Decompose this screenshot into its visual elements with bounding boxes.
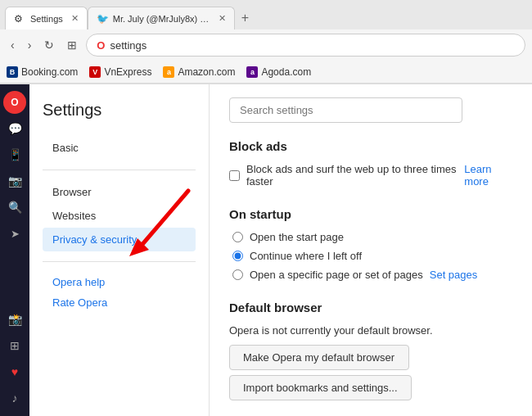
tab-settings[interactable]: ⚙ Settings ✕ (5, 7, 88, 29)
learn-more-link[interactable]: Learn more (464, 163, 512, 188)
twitter-tab-title: Mr. July (@MrJuly8x) - Pro... (113, 14, 210, 24)
on-startup-title: On startup (229, 207, 512, 221)
opera-help-link[interactable]: Opera help (43, 272, 196, 292)
radio-specific-page[interactable] (232, 269, 243, 280)
sidebar-icon-camera[interactable]: 📸 (3, 308, 26, 331)
bookmark-booking[interactable]: B Booking.com (7, 66, 78, 78)
block-ads-label: Block ads and surf the web up to three t… (246, 163, 458, 188)
bookmark-vnexpress[interactable]: V VnExpress (89, 66, 151, 78)
radio-continue[interactable] (232, 251, 243, 261)
bookmark-amazon[interactable]: a Amazon.com (163, 66, 235, 78)
sidebar-icon-heart[interactable]: ♥ (3, 360, 26, 383)
forward-button[interactable]: › (24, 36, 36, 54)
sidebar-icon-search[interactable]: 🔍 (3, 196, 26, 219)
tab-bar: ⚙ Settings ✕ 🐦 Mr. July (@MrJuly8x) - Pr… (0, 0, 532, 29)
twitter-tab-close[interactable]: ✕ (219, 13, 226, 24)
startup-option-continue: Continue where I left off (232, 250, 512, 262)
block-ads-row: Block ads and surf the web up to three t… (229, 163, 512, 188)
block-ads-title: Block ads (229, 139, 512, 153)
bookmarks-bar: B Booking.com V VnExpress a Amazon.com a… (0, 61, 532, 84)
default-browser-desc: Opera is not currently your default brow… (229, 324, 512, 337)
nav-divider-2 (43, 261, 196, 262)
address-bar: ‹ › ↻ ⊞ O settings (0, 29, 532, 61)
settings-tab-close[interactable]: ✕ (71, 13, 79, 24)
rate-opera-link[interactable]: Rate Opera (43, 292, 196, 313)
nav-item-browser[interactable]: Browser (43, 180, 196, 204)
bookmark-booking-label: Booking.com (21, 66, 78, 78)
radio-start-page[interactable] (232, 232, 243, 242)
sidebar-icon-messenger[interactable]: 💬 (3, 117, 26, 140)
sidebar-icon-opera[interactable]: O (3, 91, 26, 114)
startup-label-start-page: Open the start page (250, 231, 344, 243)
booking-favicon: B (7, 66, 18, 78)
import-button[interactable]: Import bookmarks and settings... (229, 375, 412, 400)
agoda-favicon: a (246, 66, 258, 78)
nav-item-basic[interactable]: Basic (43, 136, 196, 160)
nav-item-websites[interactable]: Websites (43, 204, 196, 228)
grid-button[interactable]: ⊞ (63, 36, 81, 54)
browser-content-area: O 💬 📱 📷 🔍 ➤ 📸 ⊞ ♥ ♪ Settings Basic Brows… (0, 84, 532, 416)
section-default-browser: Default browser Opera is not currently y… (229, 301, 512, 400)
sidebar-icon-apps[interactable]: ⊞ (3, 334, 26, 357)
bookmark-amazon-label: Amazon.com (178, 66, 235, 78)
set-pages-link[interactable]: Set pages (430, 269, 478, 281)
nav-section-main: Basic Browser Websites Privacy & securit… (43, 136, 196, 251)
settings-tab-icon: ⚙ (14, 13, 25, 25)
bookmark-vnexpress-label: VnExpress (104, 66, 151, 78)
section-on-startup: On startup Open the start page Continue … (229, 207, 512, 281)
startup-label-continue: Continue where I left off (250, 250, 362, 262)
browser-chrome: ⚙ Settings ✕ 🐦 Mr. July (@MrJuly8x) - Pr… (0, 0, 532, 84)
back-button[interactable]: ‹ (7, 36, 19, 54)
sidebar-icon-whatsapp[interactable]: 📱 (3, 143, 26, 166)
settings-title: Settings (43, 101, 196, 120)
twitter-tab-icon: 🐦 (97, 13, 108, 25)
section-block-ads: Block ads Block ads and surf the web up … (229, 139, 512, 188)
startup-label-specific-page: Open a specific page or set of pages (250, 269, 423, 281)
amazon-favicon: a (163, 66, 174, 78)
sidebar-icon-instagram[interactable]: 📷 (3, 170, 26, 192)
tab-twitter[interactable]: 🐦 Mr. July (@MrJuly8x) - Pro... ✕ (88, 7, 235, 29)
nav-item-privacy[interactable]: Privacy & security (43, 228, 196, 251)
address-text: settings (110, 39, 147, 52)
new-tab-button[interactable]: + (235, 7, 255, 29)
sidebar-icons: O 💬 📱 📷 🔍 ➤ 📸 ⊞ ♥ ♪ (0, 84, 29, 416)
bookmark-agoda[interactable]: a Agoda.com (246, 66, 311, 78)
reload-button[interactable]: ↻ (40, 36, 58, 54)
bookmark-agoda-label: Agoda.com (261, 66, 311, 78)
settings-content: Block ads Block ads and surf the web up … (210, 84, 532, 416)
startup-option-start-page: Open the start page (232, 231, 512, 243)
address-bar-input-wrap[interactable]: O settings (86, 34, 525, 57)
startup-option-specific-page: Open a specific page or set of pages Set… (232, 269, 512, 281)
opera-address-icon: O (97, 39, 105, 52)
default-browser-title: Default browser (229, 301, 512, 314)
settings-nav: Settings Basic Browser Websites Privacy … (29, 84, 210, 416)
search-settings-input[interactable] (229, 97, 462, 123)
vnexpress-favicon: V (89, 66, 101, 78)
startup-radio-group: Open the start page Continue where I lef… (232, 231, 512, 281)
make-default-button[interactable]: Make Opera my default browser (229, 345, 409, 370)
sidebar-icon-send[interactable]: ➤ (3, 222, 26, 245)
nav-divider-1 (43, 170, 196, 170)
sidebar-icon-music[interactable]: ♪ (3, 387, 26, 409)
block-ads-checkbox[interactable] (229, 170, 240, 181)
settings-tab-title: Settings (30, 14, 63, 24)
